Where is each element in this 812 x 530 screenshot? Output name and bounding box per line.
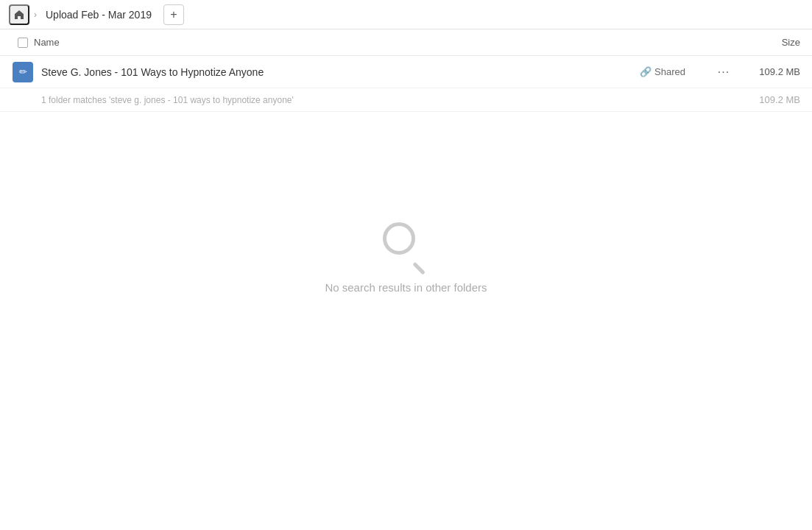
folder-match-row: 1 folder matches 'steve g. jones - 101 w… <box>0 88 812 112</box>
shared-label: Shared <box>654 66 685 77</box>
no-results-search-icon <box>383 222 430 269</box>
size-column-header: Size <box>734 37 800 48</box>
add-button[interactable]: + <box>163 4 184 25</box>
file-icon-symbol: ✏ <box>19 66 27 77</box>
file-size: 109.2 MB <box>734 66 800 77</box>
file-row[interactable]: ✏ Steve G. Jones - 101 Ways to Hypnotize… <box>0 56 812 88</box>
home-button[interactable] <box>9 4 29 25</box>
column-header-row: Name Size <box>0 29 812 56</box>
file-icon-col: ✏ <box>12 62 34 82</box>
name-column-header: Name <box>34 37 734 48</box>
no-results-message: No search results in other folders <box>325 281 487 294</box>
empty-state: No search results in other folders <box>0 112 812 294</box>
select-all-checkbox[interactable] <box>18 38 28 48</box>
breadcrumb-title: Upload Feb - Mar 2019 <box>41 7 156 22</box>
file-shared-col: 🔗 Shared <box>640 66 713 77</box>
folder-match-size: 109.2 MB <box>734 94 800 105</box>
file-icon: ✏ <box>13 62 33 82</box>
breadcrumb-chevron: › <box>34 10 37 20</box>
search-circle <box>383 222 415 255</box>
link-icon: 🔗 <box>640 66 652 77</box>
top-nav: › Upload Feb - Mar 2019 + <box>0 0 812 29</box>
search-handle <box>412 262 426 275</box>
select-all-checkbox-col[interactable] <box>12 38 34 48</box>
file-name: Steve G. Jones - 101 Ways to Hypnotize A… <box>34 66 640 78</box>
folder-match-text: 1 folder matches 'steve g. jones - 101 w… <box>41 95 734 105</box>
more-options-button[interactable]: ··· <box>713 62 734 82</box>
